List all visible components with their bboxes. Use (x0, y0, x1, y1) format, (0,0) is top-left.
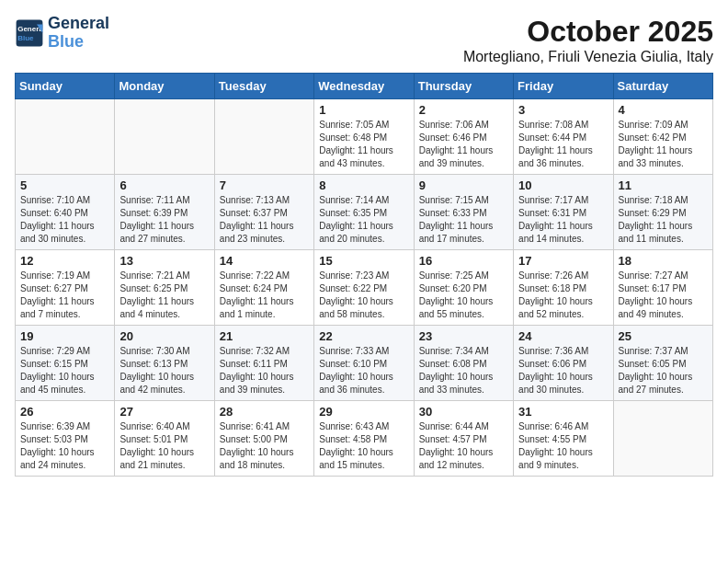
day-number: 9 (419, 178, 508, 192)
calendar-cell: 19Sunrise: 7:29 AM Sunset: 6:15 PM Dayli… (16, 326, 115, 401)
logo: General Blue General Blue (15, 15, 109, 52)
calendar-week-4: 19Sunrise: 7:29 AM Sunset: 6:15 PM Dayli… (16, 326, 713, 401)
calendar-cell: 21Sunrise: 7:32 AM Sunset: 6:11 PM Dayli… (214, 326, 313, 401)
weekday-header-thursday: Thursday (414, 74, 513, 99)
day-info: Sunrise: 7:18 AM Sunset: 6:29 PM Dayligh… (619, 194, 708, 246)
day-number: 5 (20, 178, 109, 192)
day-info: Sunrise: 7:11 AM Sunset: 6:39 PM Dayligh… (119, 194, 209, 246)
calendar-cell: 30Sunrise: 6:44 AM Sunset: 4:57 PM Dayli… (414, 401, 513, 477)
day-info: Sunrise: 6:41 AM Sunset: 5:00 PM Dayligh… (220, 420, 309, 472)
day-number: 29 (319, 405, 408, 419)
weekday-header-tuesday: Tuesday (214, 74, 313, 99)
weekday-header-row: SundayMondayTuesdayWednesdayThursdayFrid… (16, 74, 713, 99)
calendar-cell: 5Sunrise: 7:10 AM Sunset: 6:40 PM Daylig… (16, 175, 115, 250)
day-number: 26 (20, 405, 109, 419)
day-info: Sunrise: 7:15 AM Sunset: 6:33 PM Dayligh… (419, 194, 508, 246)
day-number: 15 (319, 254, 408, 268)
day-number: 7 (220, 178, 309, 192)
calendar-cell: 26Sunrise: 6:39 AM Sunset: 5:03 PM Dayli… (16, 401, 115, 477)
day-number: 10 (518, 178, 608, 192)
day-info: Sunrise: 7:10 AM Sunset: 6:40 PM Dayligh… (20, 194, 109, 246)
calendar-cell: 4Sunrise: 7:09 AM Sunset: 6:42 PM Daylig… (613, 99, 712, 175)
calendar-cell: 28Sunrise: 6:41 AM Sunset: 5:00 PM Dayli… (214, 401, 313, 477)
calendar-cell: 2Sunrise: 7:06 AM Sunset: 6:46 PM Daylig… (414, 99, 513, 175)
day-info: Sunrise: 6:46 AM Sunset: 4:55 PM Dayligh… (518, 420, 608, 472)
day-number: 11 (619, 178, 708, 192)
weekday-header-monday: Monday (115, 74, 214, 99)
day-number: 6 (119, 178, 209, 192)
day-number: 2 (419, 103, 508, 117)
calendar-cell: 29Sunrise: 6:43 AM Sunset: 4:58 PM Dayli… (314, 401, 414, 477)
day-info: Sunrise: 7:27 AM Sunset: 6:17 PM Dayligh… (619, 270, 708, 321)
calendar-cell: 13Sunrise: 7:21 AM Sunset: 6:25 PM Dayli… (115, 250, 214, 326)
calendar-cell: 11Sunrise: 7:18 AM Sunset: 6:29 PM Dayli… (613, 175, 712, 250)
day-info: Sunrise: 7:23 AM Sunset: 6:22 PM Dayligh… (319, 270, 408, 321)
day-info: Sunrise: 6:43 AM Sunset: 4:58 PM Dayligh… (319, 420, 408, 472)
day-number: 23 (419, 329, 508, 343)
day-number: 31 (518, 405, 608, 419)
calendar-cell (613, 401, 712, 477)
logo-icon: General Blue (15, 18, 44, 48)
day-info: Sunrise: 7:14 AM Sunset: 6:35 PM Dayligh… (319, 194, 408, 246)
calendar-cell: 17Sunrise: 7:26 AM Sunset: 6:18 PM Dayli… (514, 250, 613, 326)
weekday-header-wednesday: Wednesday (314, 74, 414, 99)
calendar-cell: 23Sunrise: 7:34 AM Sunset: 6:08 PM Dayli… (414, 326, 513, 401)
day-info: Sunrise: 7:05 AM Sunset: 6:48 PM Dayligh… (319, 119, 408, 170)
day-info: Sunrise: 7:29 AM Sunset: 6:15 PM Dayligh… (20, 345, 109, 396)
day-number: 30 (419, 405, 508, 419)
day-number: 25 (619, 329, 708, 343)
location-title: Mortegliano, Friuli Venezia Giulia, Ital… (463, 49, 713, 65)
day-number: 22 (319, 329, 408, 343)
day-info: Sunrise: 7:30 AM Sunset: 6:13 PM Dayligh… (119, 345, 209, 396)
day-info: Sunrise: 6:39 AM Sunset: 5:03 PM Dayligh… (20, 420, 109, 472)
calendar-week-3: 12Sunrise: 7:19 AM Sunset: 6:27 PM Dayli… (16, 250, 713, 326)
calendar-cell: 10Sunrise: 7:17 AM Sunset: 6:31 PM Dayli… (514, 175, 613, 250)
day-info: Sunrise: 7:13 AM Sunset: 6:37 PM Dayligh… (220, 194, 309, 246)
month-title: October 2025 (463, 15, 713, 49)
day-info: Sunrise: 7:09 AM Sunset: 6:42 PM Dayligh… (619, 119, 708, 170)
day-info: Sunrise: 7:06 AM Sunset: 6:46 PM Dayligh… (419, 119, 508, 170)
page-header: General Blue General Blue October 2025 M… (15, 15, 713, 65)
day-info: Sunrise: 7:08 AM Sunset: 6:44 PM Dayligh… (518, 119, 608, 170)
calendar-week-1: 1Sunrise: 7:05 AM Sunset: 6:48 PM Daylig… (16, 99, 713, 175)
calendar-cell: 31Sunrise: 6:46 AM Sunset: 4:55 PM Dayli… (514, 401, 613, 477)
day-info: Sunrise: 7:26 AM Sunset: 6:18 PM Dayligh… (518, 270, 608, 321)
day-number: 12 (20, 254, 109, 268)
calendar-cell (214, 99, 313, 175)
day-info: Sunrise: 6:40 AM Sunset: 5:01 PM Dayligh… (119, 420, 209, 472)
calendar-cell: 14Sunrise: 7:22 AM Sunset: 6:24 PM Dayli… (214, 250, 313, 326)
day-number: 19 (20, 329, 109, 343)
calendar-body: 1Sunrise: 7:05 AM Sunset: 6:48 PM Daylig… (16, 99, 713, 477)
day-number: 3 (518, 103, 608, 117)
day-info: Sunrise: 7:34 AM Sunset: 6:08 PM Dayligh… (419, 345, 508, 396)
title-block: October 2025 Mortegliano, Friuli Venezia… (463, 15, 713, 65)
calendar-week-5: 26Sunrise: 6:39 AM Sunset: 5:03 PM Dayli… (16, 401, 713, 477)
calendar-cell: 25Sunrise: 7:37 AM Sunset: 6:05 PM Dayli… (613, 326, 712, 401)
day-info: Sunrise: 6:44 AM Sunset: 4:57 PM Dayligh… (419, 420, 508, 472)
weekday-header-friday: Friday (514, 74, 613, 99)
calendar-cell: 18Sunrise: 7:27 AM Sunset: 6:17 PM Dayli… (613, 250, 712, 326)
day-info: Sunrise: 7:36 AM Sunset: 6:06 PM Dayligh… (518, 345, 608, 396)
day-number: 8 (319, 178, 408, 192)
weekday-header-sunday: Sunday (16, 74, 115, 99)
calendar-cell: 15Sunrise: 7:23 AM Sunset: 6:22 PM Dayli… (314, 250, 414, 326)
calendar-cell: 7Sunrise: 7:13 AM Sunset: 6:37 PM Daylig… (214, 175, 313, 250)
day-number: 14 (220, 254, 309, 268)
calendar-cell (16, 99, 115, 175)
logo-text-blue: Blue (48, 33, 109, 52)
calendar-cell: 22Sunrise: 7:33 AM Sunset: 6:10 PM Dayli… (314, 326, 414, 401)
day-number: 18 (619, 254, 708, 268)
calendar-cell: 20Sunrise: 7:30 AM Sunset: 6:13 PM Dayli… (115, 326, 214, 401)
day-number: 24 (518, 329, 608, 343)
day-number: 21 (220, 329, 309, 343)
calendar-cell: 3Sunrise: 7:08 AM Sunset: 6:44 PM Daylig… (514, 99, 613, 175)
calendar-cell: 1Sunrise: 7:05 AM Sunset: 6:48 PM Daylig… (314, 99, 414, 175)
weekday-header-saturday: Saturday (613, 74, 712, 99)
calendar-cell: 12Sunrise: 7:19 AM Sunset: 6:27 PM Dayli… (16, 250, 115, 326)
day-number: 20 (119, 329, 209, 343)
day-info: Sunrise: 7:17 AM Sunset: 6:31 PM Dayligh… (518, 194, 608, 246)
day-number: 4 (619, 103, 708, 117)
calendar-cell: 9Sunrise: 7:15 AM Sunset: 6:33 PM Daylig… (414, 175, 513, 250)
calendar-cell: 24Sunrise: 7:36 AM Sunset: 6:06 PM Dayli… (514, 326, 613, 401)
day-number: 17 (518, 254, 608, 268)
